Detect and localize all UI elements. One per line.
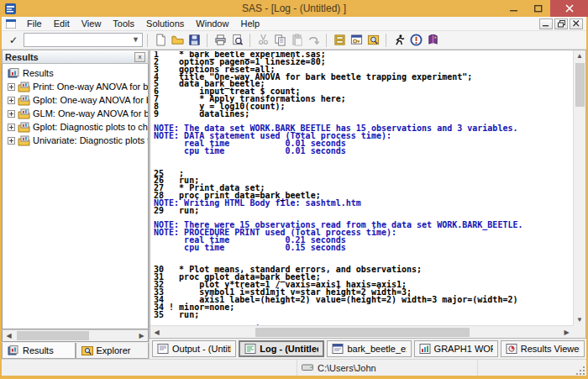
log-note-line: NOTE: Writing HTML Body file: sashtml.ht…: [154, 200, 572, 208]
menu-tools[interactable]: Tools: [107, 18, 140, 29]
menu-file[interactable]: File: [21, 18, 48, 29]
dock-tab-label: Explorer: [97, 345, 131, 355]
log-note-line: cpu time 0.01 seconds: [154, 148, 572, 155]
status-bar: C:\Users\John: [2, 359, 586, 376]
close-button[interactable]: [550, 0, 588, 17]
workspace: Results x Results Print: One-way ANOVA f…: [2, 50, 586, 359]
print-preview-button[interactable]: [228, 32, 245, 48]
mdi-minimize-button[interactable]: [539, 18, 553, 29]
results-panel-header: Results x: [2, 50, 149, 64]
undo-button[interactable]: [305, 32, 322, 48]
expand-plus-icon[interactable]: [8, 83, 15, 91]
window-tab-label: GRAPH1 WORK....: [434, 344, 493, 354]
save-button[interactable]: [186, 32, 202, 48]
results-horizontal-scrollbar[interactable]: ◀ ▶: [2, 329, 149, 342]
log-horizontal-scrollbar[interactable]: ◀ ▶: [150, 325, 573, 338]
paste-icon: [291, 34, 303, 46]
explorer-window-button[interactable]: [365, 32, 381, 48]
scroll-thumb[interactable]: [575, 63, 585, 107]
window-tab-label: bark_beetle_exp...: [347, 344, 406, 354]
window-tab-graph1-work[interactable]: GRAPH1 WORK....: [414, 340, 498, 357]
dock-tabs: ResultsExplorer: [2, 342, 149, 359]
open-folder-button[interactable]: [169, 32, 186, 48]
print-button[interactable]: [212, 32, 228, 48]
results-viewer-tab-icon: [506, 344, 517, 354]
copy-button[interactable]: [271, 32, 288, 48]
tree-root-results[interactable]: Results: [3, 66, 148, 80]
menu-view[interactable]: View: [76, 18, 108, 29]
scroll-right-arrow[interactable]: ▶: [135, 330, 148, 341]
expand-plus-icon[interactable]: [8, 97, 15, 104]
scroll-thumb[interactable]: [17, 331, 89, 340]
log-window[interactable]: 1 * bark_beetle_experiment.sas;2 options…: [150, 50, 586, 339]
minimize-button[interactable]: [501, 0, 526, 17]
break-button[interactable]: [407, 32, 424, 48]
cut-icon: [257, 34, 270, 46]
paste-button[interactable]: [288, 32, 305, 48]
toolbar-buttons: [152, 32, 441, 48]
window-tab-label: Output - (Untitle...: [172, 344, 231, 354]
resize-grip[interactable]: [576, 366, 585, 375]
log-vertical-scrollbar[interactable]: ▲ ▼: [573, 50, 585, 325]
scroll-up-arrow[interactable]: ▲: [574, 50, 586, 61]
print-icon: [214, 34, 227, 46]
window-tab-results-viewer[interactable]: Results Viewer - ...: [501, 340, 585, 357]
submit-icon: [393, 34, 406, 46]
mdi-close-button[interactable]: [570, 18, 583, 29]
submit-button[interactable]: [391, 32, 407, 48]
menu-edit[interactable]: Edit: [48, 18, 76, 29]
status-right-cell: [478, 360, 586, 376]
cut-button[interactable]: [255, 32, 271, 48]
help-button[interactable]: [424, 32, 441, 48]
mdi-restore-button[interactable]: [554, 18, 568, 29]
dock-tab-results[interactable]: Results: [2, 343, 76, 359]
open-folder-icon: [171, 34, 184, 46]
scroll-down-arrow[interactable]: ▼: [574, 314, 586, 325]
tree-item[interactable]: Gplot: One-way ANOVA for bark: [3, 93, 148, 107]
dock-tab-label: Results: [23, 345, 54, 355]
scroll-left-arrow[interactable]: ◀: [150, 327, 163, 338]
expand-plus-icon[interactable]: [8, 137, 15, 145]
command-combobox[interactable]: ▼: [24, 33, 143, 47]
tree-item-label: Gplot: One-way ANOVA for bark: [33, 95, 148, 105]
menu-solutions[interactable]: Solutions: [140, 18, 190, 29]
keys-window-button[interactable]: [348, 32, 365, 48]
working-directory-path: C:\Users\John: [318, 363, 376, 373]
menu-window[interactable]: Window: [190, 18, 234, 29]
scroll-right-arrow[interactable]: ▶: [560, 327, 573, 338]
window-tab-bark-beetle-exp[interactable]: bark_beetle_exp...: [327, 340, 411, 357]
tree-folder-icon: [18, 108, 30, 119]
log-code-line: 9 datalines;: [154, 111, 572, 118]
tree-folder-icon: [18, 95, 30, 106]
new-library-button[interactable]: [331, 32, 348, 48]
results-tree: Results Print: One-way ANOVA for bark bG…: [2, 64, 149, 329]
results-tab-icon: [8, 345, 19, 355]
results-panel-title: Results: [5, 52, 39, 62]
log-note-line: cpu time 0.15 seconds: [154, 245, 572, 252]
log-code-line: 25 ;: [154, 171, 572, 178]
expand-plus-icon[interactable]: [8, 124, 15, 131]
command-check-button[interactable]: ✓: [5, 33, 22, 48]
editor-tab-icon: [332, 344, 344, 354]
results-panel-close-icon[interactable]: x: [134, 52, 145, 62]
command-input[interactable]: [24, 34, 125, 45]
tree-item[interactable]: Gplot: Diagnostic plots to check: [3, 120, 148, 134]
log-text[interactable]: 1 * bark_beetle_experiment.sas;2 options…: [154, 51, 572, 325]
tree-item[interactable]: Univariate: Diagnostic plots to ch: [3, 134, 148, 147]
toolbar: ✓ ▼: [2, 31, 586, 50]
dock-tab-explorer[interactable]: Explorer: [76, 343, 150, 359]
combo-dropdown-arrow[interactable]: ▼: [131, 35, 140, 45]
tree-item[interactable]: GLM: One-way ANOVA for bark b: [3, 107, 148, 120]
window-tab-log-untitled[interactable]: Log - (Untitled): [239, 340, 324, 357]
maximize-button[interactable]: [526, 0, 550, 17]
menu-help[interactable]: Help: [234, 18, 265, 29]
log-tab-icon: [244, 344, 256, 354]
window-tab-output-untitle[interactable]: Output - (Untitle...: [152, 340, 236, 357]
log-column: 1 * bark_beetle_experiment.sas;2 options…: [150, 50, 586, 359]
scroll-thumb[interactable]: [255, 328, 470, 337]
menu-items: FileEditViewToolsSolutionsWindowHelp: [21, 18, 265, 29]
tree-item[interactable]: Print: One-way ANOVA for bark b: [3, 80, 148, 93]
expand-plus-icon[interactable]: [8, 110, 15, 118]
scroll-left-arrow[interactable]: ◀: [3, 330, 15, 341]
new-document-button[interactable]: [152, 32, 169, 48]
